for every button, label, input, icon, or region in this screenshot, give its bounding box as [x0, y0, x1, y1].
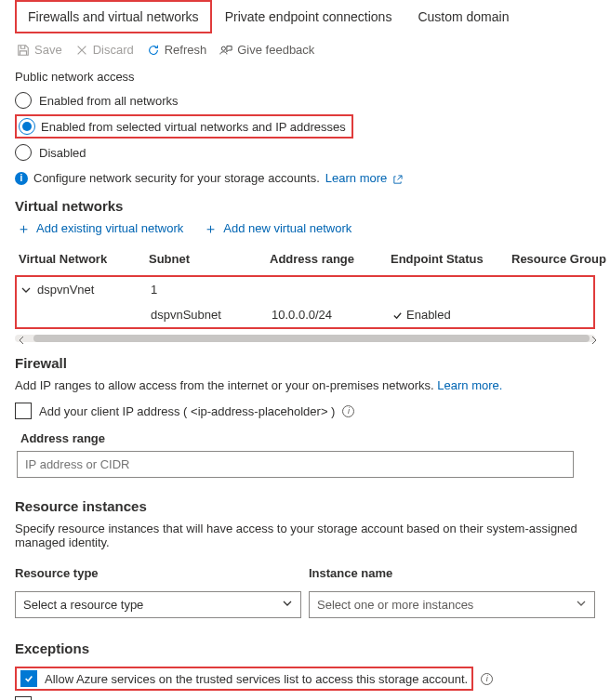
vnets-table-header: Virtual Network Subnet Address range End…: [15, 246, 595, 271]
pna-option-disabled[interactable]: Disabled: [15, 141, 595, 164]
discard-icon: [75, 44, 88, 57]
exception-trusted-label: Allow Azure services on the trusted serv…: [45, 672, 468, 686]
add-client-ip-label: Add your client IP address ( <ip-address…: [39, 404, 335, 418]
svg-point-0: [222, 46, 226, 50]
chevron-down-icon: [282, 598, 293, 612]
col-subnet: Subnet: [149, 252, 270, 266]
exception-logging-row: Allow read access to storage logging fro…: [15, 693, 595, 700]
subnet-name: dspvnSubnet: [151, 308, 272, 322]
info-icon: i: [15, 172, 28, 185]
pna-info-text: Configure network security for your stor…: [33, 171, 320, 185]
info-tooltip-icon[interactable]: i: [481, 673, 493, 685]
pna-heading: Public network access: [15, 70, 595, 84]
refresh-button[interactable]: Refresh: [147, 43, 207, 57]
feedback-label: Give feedback: [237, 43, 314, 57]
vnet-subnet-count: 1: [151, 283, 272, 297]
toolbar: Save Discard Refresh Give feedback: [17, 43, 595, 57]
refresh-icon: [147, 44, 160, 57]
resinst-title: Resource instances: [15, 498, 595, 514]
resource-type-label: Resource type: [15, 566, 301, 580]
horizontal-scrollbar[interactable]: [15, 335, 595, 342]
vnets-add-row: ＋ Add existing virtual network ＋ Add new…: [17, 221, 595, 235]
col-range: Address range: [270, 252, 391, 266]
instance-name-select[interactable]: Select one or more instances: [309, 591, 595, 618]
add-existing-label: Add existing virtual network: [36, 221, 183, 235]
vnets-table: Virtual Network Subnet Address range End…: [15, 246, 595, 329]
scroll-left-icon: [17, 334, 26, 343]
scroll-right-icon: [590, 334, 599, 343]
address-range: 10.0.0.0/24: [272, 308, 392, 322]
save-button[interactable]: Save: [17, 43, 62, 57]
radio-icon: [15, 144, 32, 161]
add-client-ip-row: Add your client IP address ( <ip-address…: [15, 400, 595, 422]
pna-option-disabled-label: Disabled: [39, 146, 86, 160]
pna-info-row: i Configure network security for your st…: [15, 171, 595, 185]
pna-radio-group: Enabled from all networks Enabled from s…: [15, 89, 595, 164]
exception-logging-checkbox[interactable]: [15, 696, 32, 700]
info-tooltip-icon[interactable]: i: [342, 405, 354, 417]
save-icon: [17, 44, 30, 57]
firewall-desc: Add IP ranges to allow access from the i…: [15, 378, 595, 392]
discard-button[interactable]: Discard: [75, 43, 134, 57]
add-existing-vnet-button[interactable]: ＋ Add existing virtual network: [17, 221, 183, 235]
tab-private-endpoint[interactable]: Private endpoint connections: [212, 0, 405, 33]
add-new-label: Add new virtual network: [223, 221, 351, 235]
radio-icon: [15, 92, 32, 109]
vnets-title: Virtual networks: [15, 198, 595, 214]
feedback-button[interactable]: Give feedback: [219, 43, 314, 57]
feedback-icon: [219, 44, 232, 57]
save-label: Save: [34, 43, 62, 57]
resinst-desc: Specify resource instances that will hav…: [15, 522, 595, 549]
pna-option-all[interactable]: Enabled from all networks: [15, 89, 595, 112]
endpoint-status: Enabled: [406, 308, 451, 322]
tab-custom-domain[interactable]: Custom domain: [404, 0, 522, 33]
pna-learn-more-link[interactable]: Learn more: [325, 171, 403, 185]
firewall-learn-more-link[interactable]: Learn more.: [437, 378, 502, 392]
table-row[interactable]: dspvnSubnet 10.0.0.0/24 Enabled: [17, 302, 593, 327]
pna-option-selected[interactable]: Enabled from selected virtual networks a…: [15, 112, 595, 141]
exceptions-title: Exceptions: [15, 641, 595, 656]
address-range-label: Address range: [20, 431, 595, 445]
exception-trusted-checkbox[interactable]: [20, 670, 37, 687]
check-icon: [392, 310, 403, 320]
add-client-ip-checkbox[interactable]: [15, 403, 32, 419]
add-new-vnet-button[interactable]: ＋ Add new virtual network: [204, 221, 351, 235]
discard-label: Discard: [93, 43, 134, 57]
resource-type-select[interactable]: Select a resource type: [15, 591, 301, 618]
address-range-input[interactable]: [17, 451, 574, 478]
external-link-icon: [392, 174, 403, 184]
resource-type-value: Select a resource type: [23, 598, 143, 612]
radio-icon: [19, 118, 35, 135]
pna-option-selected-label: Enabled from selected virtual networks a…: [41, 120, 346, 134]
tabs-bar: Firewalls and virtual networks Private e…: [15, 0, 595, 33]
refresh-label: Refresh: [165, 43, 207, 57]
chevron-down-icon: [576, 598, 587, 612]
pna-option-all-label: Enabled from all networks: [39, 94, 179, 108]
tab-firewalls[interactable]: Firewalls and virtual networks: [15, 0, 212, 33]
plus-icon: ＋: [204, 221, 218, 235]
exception-trusted-row: Allow Azure services on the trusted serv…: [15, 664, 595, 693]
instance-name-value: Select one or more instances: [317, 598, 473, 612]
col-endpoint: Endpoint Status: [391, 252, 511, 266]
scrollbar-thumb[interactable]: [33, 335, 590, 342]
instance-name-label: Instance name: [309, 566, 595, 580]
col-rg: Resource Group: [511, 252, 610, 266]
table-row[interactable]: dspvnVnet 1: [17, 277, 593, 302]
col-vnet: Virtual Network: [19, 252, 149, 266]
plus-icon: ＋: [17, 221, 31, 235]
chevron-down-icon: [20, 284, 32, 296]
vnet-name: dspvnVnet: [37, 283, 94, 297]
firewall-title: Firewall: [15, 355, 595, 371]
